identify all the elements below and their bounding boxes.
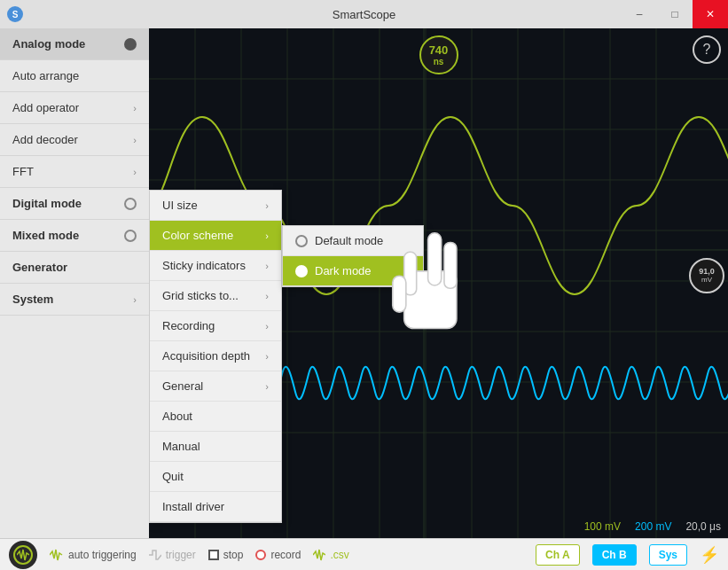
channel-b-button[interactable]: Ch B xyxy=(592,544,637,566)
voltage-value: 91,0 xyxy=(699,267,715,276)
scale-labels: 100 mV 200 mV 20,0 μs xyxy=(584,520,721,533)
radio-default-mode xyxy=(295,235,308,247)
chevron-icon-color: › xyxy=(265,230,269,241)
sidebar-item-system[interactable]: System › xyxy=(0,284,149,316)
menu-label-about: About xyxy=(162,410,192,423)
sidebar-label-analog-mode: Analog mode xyxy=(12,37,85,51)
sidebar-item-fft[interactable]: FFT › xyxy=(0,156,149,188)
menu-item-acq-depth[interactable]: Acquisition depth › xyxy=(150,341,281,371)
time-unit: ns xyxy=(434,57,444,66)
menu-label-quit: Quit xyxy=(162,470,184,483)
toolbar-auto-trigger: auto triggering xyxy=(50,549,137,561)
scale-ch1: 100 mV xyxy=(584,520,621,533)
menu-label-manual: Manual xyxy=(162,440,200,453)
sidebar: Analog mode Auto arrange Add operator › … xyxy=(0,28,149,538)
sidebar-label-add-decoder: Add decoder xyxy=(12,133,78,146)
submenu-item-dark-mode[interactable]: Dark mode xyxy=(283,256,423,286)
radio-dark-mode xyxy=(295,265,308,277)
voltage-unit: mV xyxy=(701,276,712,284)
menu-label-sticky: Sticky indicators xyxy=(162,259,246,272)
csv-label: .csv xyxy=(330,549,348,561)
chevron-icon-acq: › xyxy=(265,351,269,362)
menu-item-about[interactable]: About xyxy=(150,402,281,432)
menu-label-ui-size: UI size xyxy=(162,199,198,212)
sidebar-label-add-operator: Add operator xyxy=(12,101,79,114)
menu-label-color-scheme: Color scheme xyxy=(162,229,233,242)
menu-item-install-driver[interactable]: Install driver xyxy=(150,492,281,522)
sidebar-item-auto-arrange[interactable]: Auto arrange xyxy=(0,60,149,92)
menu-item-sticky[interactable]: Sticky indicators › xyxy=(150,251,281,281)
csv-wave-icon xyxy=(313,549,325,561)
menu-item-grid[interactable]: Grid sticks to... › xyxy=(150,281,281,311)
toolbar-record[interactable]: record xyxy=(255,549,301,561)
logo-inner xyxy=(13,545,33,565)
wave-indicator-icon xyxy=(50,549,64,561)
submenu-label-default-mode: Default mode xyxy=(315,234,383,247)
submenu-item-default-mode[interactable]: Default mode xyxy=(283,226,423,256)
chevron-icon-add-decoder: › xyxy=(133,135,137,145)
color-scheme-submenu: Default mode Dark mode xyxy=(282,225,424,287)
radio-digital-mode xyxy=(124,198,137,210)
record-label: record xyxy=(270,549,301,561)
sidebar-label-system: System xyxy=(12,293,53,306)
sys-button[interactable]: Sys xyxy=(649,544,687,566)
sidebar-label-digital-mode: Digital mode xyxy=(12,197,82,210)
menu-label-grid: Grid sticks to... xyxy=(162,289,239,302)
menu-item-general[interactable]: General › xyxy=(150,371,281,402)
channel-a-button[interactable]: Ch A xyxy=(536,544,580,566)
chevron-icon-system: › xyxy=(133,294,137,305)
chevron-icon-grid: › xyxy=(265,291,269,301)
scale-ch2: 200 mV xyxy=(635,520,671,533)
menu-item-recording[interactable]: Recording › xyxy=(150,311,281,341)
toolbar-csv[interactable]: .csv xyxy=(313,549,348,561)
menu-item-quit[interactable]: Quit xyxy=(150,462,281,492)
sidebar-label-generator: Generator xyxy=(12,261,67,274)
sidebar-item-add-decoder[interactable]: Add decoder › xyxy=(0,124,149,156)
logo-icon: S xyxy=(7,6,23,22)
radio-mixed-mode xyxy=(124,230,137,242)
sidebar-item-add-operator[interactable]: Add operator › xyxy=(0,92,149,124)
radio-analog-mode xyxy=(124,38,137,51)
toolbar-trigger: trigger xyxy=(149,549,196,561)
chevron-icon-general: › xyxy=(265,381,269,392)
sidebar-label-fft: FFT xyxy=(12,165,34,178)
trigger-icon xyxy=(149,549,161,561)
window-controls: – □ ✕ xyxy=(622,0,728,28)
usb-icon: ⚡ xyxy=(700,545,719,565)
maximize-button[interactable]: □ xyxy=(657,0,693,28)
menu-item-color-scheme[interactable]: Color scheme › xyxy=(150,221,281,251)
submenu-label-dark-mode: Dark mode xyxy=(315,264,372,277)
toolbar-stop[interactable]: stop xyxy=(208,549,244,561)
menu-label-general: General xyxy=(162,379,203,393)
voltage-indicator: 91,0 mV xyxy=(689,258,724,293)
toolbar-logo[interactable] xyxy=(9,541,37,569)
trigger-label: trigger xyxy=(166,549,196,561)
menu-label-recording: Recording xyxy=(162,319,215,332)
time-value: 740 xyxy=(429,43,449,57)
chevron-icon: › xyxy=(265,200,269,211)
sidebar-label-mixed-mode: Mixed mode xyxy=(12,229,79,242)
menu-item-manual[interactable]: Manual xyxy=(150,432,281,462)
menu-label-acq-depth: Acquisition depth xyxy=(162,349,250,363)
context-menu: UI size › Color scheme › Sticky indicato… xyxy=(149,190,282,523)
sidebar-item-digital-mode[interactable]: Digital mode xyxy=(0,188,149,220)
chevron-icon-sticky: › xyxy=(265,261,269,271)
title-bar: S SmartScope – □ ✕ xyxy=(0,0,728,28)
chevron-icon-fft: › xyxy=(133,167,137,177)
record-circle-icon xyxy=(255,550,266,560)
sidebar-item-mixed-mode[interactable]: Mixed mode xyxy=(0,220,149,252)
sidebar-item-analog-mode[interactable]: Analog mode xyxy=(0,28,149,60)
app-title: SmartScope xyxy=(333,8,396,21)
logo-wave-icon xyxy=(17,549,29,561)
stop-box-icon xyxy=(208,550,219,560)
close-button[interactable]: ✕ xyxy=(693,0,728,28)
chevron-icon-recording: › xyxy=(265,321,269,332)
menu-label-install-driver: Install driver xyxy=(162,500,224,513)
scope-area: 740 ns 91,0 mV ? 100 mV 200 mV 20,0 μs U… xyxy=(149,28,728,538)
bottom-toolbar: auto triggering trigger stop record .csv… xyxy=(0,538,728,570)
sidebar-item-generator[interactable]: Generator xyxy=(0,252,149,284)
chevron-icon-add-operator: › xyxy=(133,103,137,113)
help-button[interactable]: ? xyxy=(693,35,721,64)
menu-item-ui-size[interactable]: UI size › xyxy=(150,191,281,221)
minimize-button[interactable]: – xyxy=(622,0,657,28)
